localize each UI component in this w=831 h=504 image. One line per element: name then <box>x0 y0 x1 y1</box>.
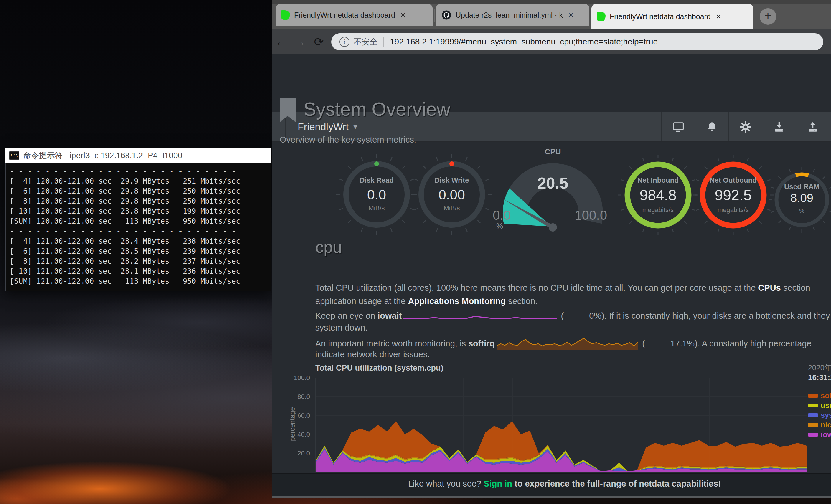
legend-swatch <box>808 394 818 398</box>
tab-title: Update r2s_lean_minimal.yml · k <box>456 11 563 20</box>
brand-label: FriendlyWrt <box>297 121 349 132</box>
new-tab-button[interactable]: + <box>760 8 776 25</box>
github-icon <box>441 10 452 20</box>
forward-icon[interactable]: → <box>291 35 309 49</box>
window-bottom-edge <box>272 496 831 498</box>
legend-label: system <box>821 411 831 419</box>
text: section <box>781 283 813 293</box>
back-icon[interactable]: ← <box>272 35 291 49</box>
terminal-line: [ 10] 121.00-122.00 sec 28.1 MBytes 236 … <box>10 266 270 276</box>
text: Total CPU utilization (all cores). 100% … <box>315 283 758 293</box>
gauge-label: Used RAM <box>767 183 831 191</box>
screen: C:\ 命令提示符 - iperf3 -c 192.168.1.2 -P4 -t… <box>0 0 831 504</box>
tab-close-icon[interactable]: × <box>716 12 721 21</box>
y-tick: 20.0 <box>275 449 310 457</box>
terminal-separator: - - - - - - - - - - - - - - - - - - - - … <box>10 226 270 236</box>
terminal-block-2: [ 4] 121.00-122.00 sec 28.4 MBytes 238 M… <box>10 236 270 286</box>
chart-date: 2020年3 <box>808 363 831 373</box>
iowait-label: iowait <box>377 311 402 321</box>
y-tick: 100.0 <box>275 374 310 382</box>
legend-swatch <box>808 423 818 427</box>
terminal-line: [ 8] 120.00-121.00 sec 29.8 MBytes 250 M… <box>10 196 270 206</box>
terminal-line: [ 4] 121.00-122.00 sec 28.4 MBytes 238 M… <box>10 236 270 246</box>
legend-swatch <box>808 433 818 437</box>
chart-canvas <box>316 378 806 472</box>
legend-swatch <box>808 404 818 407</box>
gauge-unit: MiB/s <box>407 204 496 212</box>
link-cpus[interactable]: CPUs <box>758 283 781 293</box>
legend-item-softirq[interactable]: softirq <box>808 391 831 400</box>
netdata-favicon <box>597 12 606 21</box>
terminal-line: [ 6] 120.00-121.00 sec 29.8 MBytes 250 M… <box>10 186 270 196</box>
tab-divider <box>434 9 435 22</box>
text: ( <box>558 311 564 321</box>
gauge-net-outbound[interactable]: Net Outbound 992.5 megabits/s <box>689 151 777 240</box>
legend-label: iowait <box>821 431 831 439</box>
text: Keep an eye on <box>315 311 377 321</box>
gauge-max: 100.0 <box>575 208 607 223</box>
legend-item-iowait[interactable]: iowait <box>808 431 831 439</box>
terminal-window[interactable]: C:\ 命令提示符 - iperf3 -c 192.168.1.2 -P4 -t… <box>5 148 271 291</box>
tab-strip: FriendlyWrt netdata dashboard × Update r… <box>272 0 831 29</box>
terminal-title: 命令提示符 - iperf3 -c 192.168.1.2 -P4 -t1000 <box>23 150 182 161</box>
softirq-label: softirq <box>468 339 495 348</box>
monitor-icon <box>672 121 685 133</box>
url-text[interactable]: 192.168.2.1:19999/#menu_system_submenu_c… <box>390 37 658 47</box>
netdata-favicon <box>281 10 290 20</box>
gauge-label: CPU <box>509 147 597 156</box>
import-button[interactable] <box>762 112 796 141</box>
cpu-paragraph-line: Total CPU utilization (all cores). 100% … <box>315 283 831 297</box>
page-info-icon[interactable]: i <box>340 37 349 47</box>
legend-item-nice[interactable]: nice <box>808 421 831 429</box>
export-button[interactable] <box>796 112 829 141</box>
legend-item-user[interactable]: user <box>808 401 831 410</box>
iowait-sparkline[interactable] <box>403 310 557 323</box>
terminal-line: [ 10] 120.00-121.00 sec 23.8 MBytes 199 … <box>10 206 270 216</box>
tab-close-icon[interactable]: × <box>568 10 573 20</box>
alarms-button[interactable] <box>695 112 728 141</box>
gauge-used-ram[interactable]: Used RAM 8.09 % <box>767 165 831 236</box>
bell-icon <box>706 121 718 133</box>
terminal-line: [ 4] 120.00-121.00 sec 29.9 MBytes 251 M… <box>10 176 270 186</box>
cpu-paragraph-line: Keep an eye on iowait (0%). If it is con… <box>315 310 831 323</box>
y-tick: 80.0 <box>275 393 310 401</box>
tab-close-icon[interactable]: × <box>400 10 406 20</box>
gauge-disk-write[interactable]: Disk Write 0.00 MiB/s <box>407 150 496 240</box>
legend-item-system[interactable]: system <box>808 411 831 419</box>
settings-button[interactable] <box>728 112 762 141</box>
iowait-value-text: 0%). If it is constantly high, your disk… <box>589 311 831 321</box>
cpu-paragraph-line: application usage at the Applications Mo… <box>315 296 831 310</box>
gauge-dot <box>374 161 379 166</box>
gauge-value: 0.00 <box>407 187 496 203</box>
terminal-line: [ 8] 121.00-122.00 sec 28.2 MBytes 237 M… <box>10 256 270 266</box>
print-screen-button[interactable] <box>661 112 695 141</box>
cpu-paragraph-line: indicate network driver issues. <box>315 350 831 363</box>
cpu-utilization-chart[interactable] <box>315 378 806 472</box>
gauge-unit: % <box>767 207 831 214</box>
cpu-section-heading: cpu <box>315 237 342 257</box>
section-title: System Overview <box>304 98 450 120</box>
netdata-page: FriendlyWrt ▾ <box>272 55 831 473</box>
browser-window: FriendlyWrt netdata dashboard × Update r… <box>272 0 831 498</box>
gauge-label: Disk Write <box>407 176 496 184</box>
sign-in-link[interactable]: Sign in <box>484 479 512 488</box>
cpu-paragraph-line: system down. <box>315 323 831 336</box>
cmd-icon: C:\ <box>9 151 20 160</box>
security-label: 不安全 <box>354 36 377 47</box>
tab-github[interactable]: Update r2s_lean_minimal.yml · k × <box>436 4 590 26</box>
address-bar[interactable]: i 不安全 192.168.2.1:19999/#menu_system_sub… <box>331 33 823 50</box>
text: section. <box>506 296 538 306</box>
tab-netdata-1[interactable]: FriendlyWrt netdata dashboard × <box>276 4 433 26</box>
gauge-label: Net Outbound <box>689 176 777 184</box>
reload-icon[interactable]: ⟳ <box>309 35 328 49</box>
y-axis-label: percentage <box>288 401 296 448</box>
section-subtitle: Overview of the key system metrics. <box>280 135 417 145</box>
text: to experience the full-range of netdata … <box>512 479 721 488</box>
link-applications-monitoring[interactable]: Applications Monitoring <box>408 296 506 306</box>
tab-netdata-2-active[interactable]: FriendlyWrt netdata dashboard × <box>592 4 753 29</box>
gauge-unit: % <box>496 221 503 231</box>
terminal-titlebar[interactable]: C:\ 命令提示符 - iperf3 -c 192.168.1.2 -P4 -t… <box>5 148 271 163</box>
gauge-dot <box>449 161 454 166</box>
netdata-footer: Like what you see? Sign in to experience… <box>272 473 831 496</box>
omnibox-divider <box>383 36 384 47</box>
